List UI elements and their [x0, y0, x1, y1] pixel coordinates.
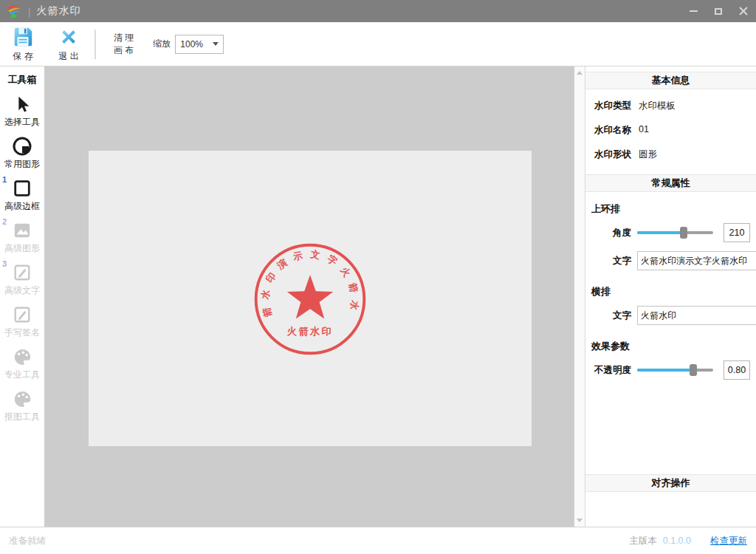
info-row-shape: 水印形状 圆形 — [585, 143, 756, 167]
upper-ring-title: 上环排 — [585, 192, 756, 219]
save-floppy-icon — [12, 26, 34, 48]
angle-slider-thumb[interactable] — [680, 227, 687, 239]
stamp-center-text: 火箭水印 — [286, 326, 333, 337]
horizontal-text-row: 文字 — [585, 301, 756, 329]
tool-advanced-border[interactable]: 1 高级边框 — [0, 177, 44, 213]
tool-common-shapes[interactable]: 常用图形 — [0, 135, 44, 171]
tool-signature-label: 手写签名 — [4, 326, 40, 339]
watermark-stamp[interactable]: 火箭水印演示文字火箭水印 火箭水印 — [252, 242, 368, 357]
tool-advanced-text-label: 高级文字 — [4, 284, 40, 297]
zoom-group: 缩放 100% — [153, 35, 224, 54]
watermark-name-value: 01 — [639, 124, 649, 137]
scroll-down-icon[interactable] — [577, 519, 583, 522]
content: 工具箱 选择工具 常用图形 1 — [0, 66, 756, 527]
app-logo-icon — [6, 3, 22, 19]
tool-advanced-border-label: 高级边框 — [4, 200, 40, 213]
angle-input[interactable] — [724, 223, 750, 242]
save-button[interactable]: 保 存 — [0, 24, 46, 65]
horizontal-title: 横排 — [585, 275, 756, 301]
scroll-up-icon[interactable] — [577, 71, 583, 75]
angle-slider-fill — [637, 231, 684, 234]
close-icon — [739, 7, 748, 16]
horizontal-text-label: 文字 — [585, 310, 631, 322]
canvas-workspace[interactable]: 火箭水印演示文字火箭水印 火箭水印 — [44, 66, 574, 527]
opacity-slider-thumb[interactable] — [690, 364, 697, 376]
clear-canvas-button[interactable]: 清 理 画 布 — [105, 24, 142, 65]
angle-slider[interactable] — [637, 226, 713, 239]
border-icon — [11, 177, 33, 199]
tool-advanced-image-label: 高级图形 — [4, 242, 40, 255]
tool-badge-3: 3 — [2, 259, 7, 268]
toolbox-sidebar: 工具箱 选择工具 常用图形 1 — [0, 66, 44, 527]
tool-professional: 专业工具 — [0, 346, 44, 381]
watermark-type-value: 水印模板 — [639, 100, 676, 112]
horizontal-text-input[interactable] — [637, 306, 756, 325]
tool-advanced-text: 3 高级文字 — [0, 261, 44, 297]
zoom-value: 100% — [180, 39, 213, 49]
basic-info-rows: 水印类型 水印模板 水印名称 01 水印形状 圆形 — [585, 89, 756, 174]
info-row-name: 水印名称 01 — [585, 118, 756, 143]
tool-cutout: 抠图工具 — [0, 388, 44, 423]
tool-badge-2: 2 — [2, 217, 7, 226]
watermark-shape-label: 水印形状 — [594, 148, 631, 161]
toolbox-header: 工具箱 — [0, 73, 44, 86]
angle-label: 角度 — [585, 227, 631, 239]
watermark-type-label: 水印类型 — [594, 100, 631, 112]
status-ready-text: 准备就绪 — [9, 535, 46, 547]
palette-icon — [11, 346, 33, 368]
upper-ring-text-row: 文字 — [585, 247, 756, 275]
align-ops-area — [585, 492, 756, 527]
tool-select-label: 选择工具 — [4, 116, 40, 129]
properties-panel: 基本信息 水印类型 水印模板 水印名称 01 水印形状 圆形 常规属性 上环排 … — [585, 66, 756, 527]
upper-ring-text-label: 文字 — [585, 255, 631, 267]
version-value: 0.1.0.0 — [663, 536, 691, 546]
section-header-basic-info: 基本信息 — [585, 72, 756, 89]
window-title: 火箭水印 — [36, 4, 80, 18]
exit-x-icon — [58, 26, 80, 48]
maximize-button[interactable] — [706, 0, 731, 22]
chevron-down-icon — [213, 42, 219, 46]
section-header-general-props: 常规属性 — [585, 174, 756, 192]
opacity-slider-fill — [637, 369, 693, 372]
vertical-scrollbar[interactable] — [574, 66, 585, 527]
watermark-name-label: 水印名称 — [594, 124, 631, 137]
app-window: | 火箭水印 保 存 — [0, 0, 756, 554]
upper-ring-text-input[interactable] — [637, 251, 756, 270]
canvas-paper[interactable]: 火箭水印演示文字火箭水印 火箭水印 — [89, 151, 532, 446]
palette-icon — [11, 388, 33, 410]
opacity-label: 不透明度 — [585, 364, 631, 377]
exit-label: 退 出 — [58, 50, 78, 63]
tool-badge-1: 1 — [2, 175, 7, 184]
section-header-align-ops: 对齐操作 — [585, 474, 756, 492]
tool-signature: 手写签名 — [0, 304, 44, 339]
tool-cutout-label: 抠图工具 — [4, 411, 40, 423]
title-divider: | — [28, 6, 30, 17]
exit-button[interactable]: 退 出 — [46, 24, 92, 65]
save-label: 保 存 — [13, 50, 32, 63]
angle-row: 角度 — [585, 219, 756, 247]
version-label: 主版本 — [629, 535, 657, 547]
effect-params-title: 效果参数 — [585, 329, 756, 356]
opacity-row: 不透明度 — [585, 356, 756, 384]
tool-common-shapes-label: 常用图形 — [4, 158, 40, 171]
stamp-star-icon — [287, 275, 333, 318]
tool-select[interactable]: 选择工具 — [0, 93, 44, 129]
toolbar: 保 存 退 出 清 理 画 布 缩放 100% — [0, 22, 756, 66]
close-button[interactable] — [731, 0, 756, 22]
zoom-label: 缩放 — [153, 38, 171, 50]
info-row-type: 水印类型 水印模板 — [585, 94, 756, 118]
toolbar-separator — [94, 30, 96, 59]
watermark-shape-value: 圆形 — [639, 148, 657, 161]
image-icon — [11, 219, 33, 242]
status-bar: 准备就绪 主版本 0.1.0.0 检查更新 — [0, 527, 756, 554]
text-edit-icon — [11, 261, 33, 284]
signature-pencil-icon — [11, 304, 33, 326]
opacity-input[interactable] — [724, 360, 750, 380]
title-bar: | 火箭水印 — [0, 0, 756, 22]
zoom-select[interactable]: 100% — [175, 35, 224, 54]
check-update-link[interactable]: 检查更新 — [710, 535, 747, 547]
minimize-button[interactable] — [681, 0, 706, 22]
cursor-icon — [11, 93, 33, 115]
minimize-icon — [690, 10, 698, 12]
opacity-slider[interactable] — [637, 363, 713, 377]
